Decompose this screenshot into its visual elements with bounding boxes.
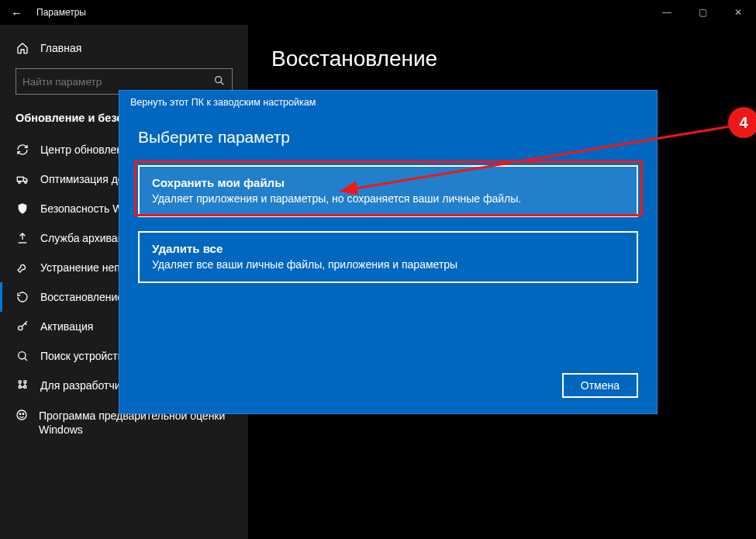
svg-point-6 <box>19 352 26 359</box>
svg-rect-10 <box>19 386 21 389</box>
svg-point-16 <box>19 413 21 415</box>
window-controls: — ▢ ✕ <box>649 0 756 25</box>
search-input[interactable] <box>22 76 213 88</box>
settings-window: ← Параметры — ▢ ✕ Главная Обновлени <box>0 0 756 539</box>
svg-line-1 <box>221 81 224 85</box>
svg-rect-8 <box>19 381 21 383</box>
search-icon <box>213 74 226 89</box>
code-icon <box>16 379 29 392</box>
svg-rect-11 <box>24 386 26 389</box>
sidebar-home-label: Главная <box>40 42 81 54</box>
minimize-button[interactable]: — <box>649 0 685 25</box>
option-keep-files[interactable]: Сохранить мои файлы Удаляет приложения и… <box>138 165 638 217</box>
recovery-icon <box>16 291 29 303</box>
svg-rect-2 <box>17 177 23 181</box>
svg-point-4 <box>25 181 27 184</box>
option-title: Сохранить мои файлы <box>152 176 624 189</box>
reset-pc-dialog: Вернуть этот ПК к заводским настройкам В… <box>119 90 658 414</box>
sidebar-item-label: Поиск устройства <box>40 350 129 362</box>
option-title: Удалить все <box>152 242 624 255</box>
svg-point-0 <box>216 76 222 82</box>
titlebar: ← Параметры — ▢ ✕ <box>0 0 756 25</box>
close-button[interactable]: ✕ <box>720 0 756 25</box>
back-icon[interactable]: ← <box>11 6 22 19</box>
sidebar-home[interactable]: Главная <box>0 39 248 68</box>
svg-rect-9 <box>24 381 26 383</box>
annotation-badge: 4 <box>728 107 756 138</box>
page-title: Восстановление <box>271 47 733 71</box>
dialog-title: Вернуть этот ПК к заводским настройкам <box>119 91 657 114</box>
window-title: Параметры <box>36 7 86 18</box>
svg-point-17 <box>22 413 24 415</box>
svg-point-15 <box>17 410 26 420</box>
home-icon <box>16 42 29 54</box>
key-icon <box>16 320 29 333</box>
svg-point-3 <box>19 181 21 184</box>
dialog-heading: Выберите параметр <box>138 128 638 147</box>
wrench-icon <box>16 261 29 274</box>
upload-icon <box>16 232 29 244</box>
refresh-icon <box>16 143 29 156</box>
option-description: Удаляет приложения и параметры, но сохра… <box>152 192 624 205</box>
location-icon <box>16 350 29 362</box>
sidebar-item-label: Активация <box>40 320 93 333</box>
sidebar-item-label: Восстановление <box>40 291 123 303</box>
delivery-icon <box>16 173 29 185</box>
maximize-button[interactable]: ▢ <box>685 0 720 25</box>
cancel-button[interactable]: Отмена <box>562 373 638 398</box>
svg-line-7 <box>25 358 27 361</box>
option-remove-all[interactable]: Удалить все Удаляет все ваши личные файл… <box>138 231 638 283</box>
insider-icon <box>16 409 28 421</box>
shield-icon <box>16 202 29 215</box>
option-description: Удаляет все ваши личные файлы, приложени… <box>152 258 624 271</box>
